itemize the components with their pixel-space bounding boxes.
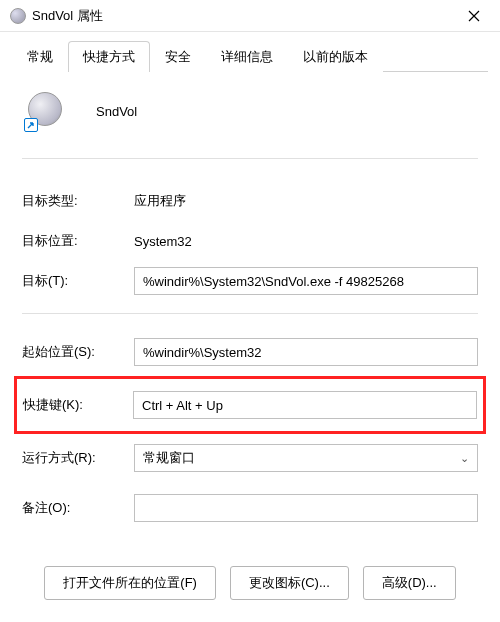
button-row: 打开文件所在的位置(F) 更改图标(C)... 高级(D)...: [22, 566, 478, 600]
row-target-location: 目标位置: System32: [22, 221, 478, 261]
input-target[interactable]: [134, 267, 478, 295]
change-icon-button[interactable]: 更改图标(C)...: [230, 566, 349, 600]
select-run-value: 常规窗口: [143, 449, 195, 467]
label-target-location: 目标位置:: [22, 232, 134, 250]
label-target-type: 目标类型:: [22, 192, 134, 210]
label-comment: 备注(O):: [22, 499, 134, 517]
open-file-location-button[interactable]: 打开文件所在的位置(F): [44, 566, 216, 600]
close-button[interactable]: [452, 2, 496, 30]
tab-general[interactable]: 常规: [12, 41, 68, 72]
tab-details[interactable]: 详细信息: [206, 41, 288, 72]
title-bar: SndVol 属性: [0, 0, 500, 32]
label-shortcut-key: 快捷键(K):: [23, 396, 133, 414]
value-target-type: 应用程序: [134, 192, 478, 210]
row-comment: 备注(O):: [22, 488, 478, 528]
close-icon: [468, 10, 480, 22]
app-icon: [10, 8, 26, 24]
row-run: 运行方式(R): 常规窗口 ⌄: [22, 438, 478, 478]
chevron-down-icon: ⌄: [460, 452, 469, 465]
input-comment[interactable]: [134, 494, 478, 522]
shortcut-name: SndVol: [96, 104, 137, 119]
tab-previous-versions[interactable]: 以前的版本: [288, 41, 383, 72]
shortcut-icon: [28, 92, 66, 130]
value-target-location: System32: [134, 234, 478, 249]
input-shortcut-key[interactable]: [133, 391, 477, 419]
row-target: 目标(T):: [22, 261, 478, 301]
select-run[interactable]: 常规窗口 ⌄: [134, 444, 478, 472]
row-target-type: 目标类型: 应用程序: [22, 181, 478, 221]
label-target: 目标(T):: [22, 272, 134, 290]
highlighted-shortcut-row: 快捷键(K):: [14, 376, 486, 434]
label-start-in: 起始位置(S):: [22, 343, 134, 361]
tab-strip: 常规 快捷方式 安全 详细信息 以前的版本: [0, 32, 500, 71]
label-run: 运行方式(R):: [22, 449, 134, 467]
tab-security[interactable]: 安全: [150, 41, 206, 72]
tab-content: SndVol 目标类型: 应用程序 目标位置: System32 目标(T): …: [0, 72, 500, 614]
input-start-in[interactable]: [134, 338, 478, 366]
tab-shortcut[interactable]: 快捷方式: [68, 41, 150, 72]
shortcut-header: SndVol: [22, 86, 478, 159]
window-title: SndVol 属性: [32, 7, 452, 25]
shortcut-arrow-badge: [24, 118, 38, 132]
row-start-in: 起始位置(S):: [22, 332, 478, 372]
advanced-button[interactable]: 高级(D)...: [363, 566, 456, 600]
divider: [22, 313, 478, 314]
